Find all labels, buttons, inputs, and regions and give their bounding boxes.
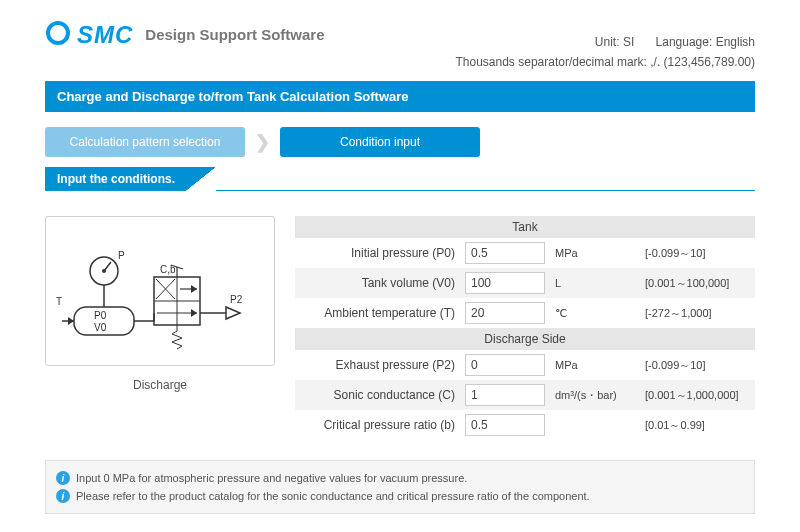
section-header-discharge: Discharge Side xyxy=(295,328,755,350)
svg-marker-21 xyxy=(191,309,197,317)
brand-text: SMC xyxy=(77,21,133,49)
range-sonic-conductance: [0.001～1,000,000] xyxy=(645,388,755,403)
svg-point-0 xyxy=(55,30,61,36)
label-sonic-conductance: Sonic conductance (C) xyxy=(295,388,465,402)
notes-box: i Input 0 MPa for atmospheric pressure a… xyxy=(45,460,755,514)
svg-point-10 xyxy=(102,269,106,273)
label-critical-pressure-ratio: Critical pressure ratio (b) xyxy=(295,418,465,432)
tab-condition-input[interactable]: Condition input xyxy=(280,127,480,157)
range-tank-volume: [0.001～100,000] xyxy=(645,276,755,291)
tab-pattern-selection[interactable]: Calculation pattern selection xyxy=(45,127,245,157)
unit-initial-pressure: MPa xyxy=(545,247,645,259)
input-initial-pressure[interactable] xyxy=(465,242,545,264)
input-critical-pressure-ratio[interactable] xyxy=(465,414,545,436)
section-header-tank: Tank xyxy=(295,216,755,238)
label-tank-volume: Tank volume (V0) xyxy=(295,276,465,290)
svg-text:C,b: C,b xyxy=(160,264,176,275)
info-icon: i xyxy=(56,489,70,503)
note-2: Please refer to the product catalog for … xyxy=(76,490,590,502)
range-exhaust-pressure: [-0.099～10] xyxy=(645,358,755,373)
language-value[interactable]: English xyxy=(716,35,755,49)
svg-text:P0: P0 xyxy=(94,310,107,321)
unit-ambient-temp: ℃ xyxy=(545,307,645,320)
input-sonic-conductance[interactable] xyxy=(465,384,545,406)
input-exhaust-pressure[interactable] xyxy=(465,354,545,376)
range-critical-pressure-ratio: [0.01～0.99] xyxy=(645,418,755,433)
info-icon: i xyxy=(56,471,70,485)
header-settings: Unit: SI Language: English xyxy=(595,35,755,49)
svg-marker-19 xyxy=(191,285,197,293)
page-title-banner: Charge and Discharge to/from Tank Calcul… xyxy=(45,81,755,112)
svg-text:T: T xyxy=(56,296,62,307)
smc-logo-icon xyxy=(45,20,71,49)
unit-exhaust-pressure: MPa xyxy=(545,359,645,371)
note-1: Input 0 MPa for atmospheric pressure and… xyxy=(76,472,467,484)
label-initial-pressure: Initial pressure (P0) xyxy=(295,246,465,260)
logo-block: SMC Design Support Software xyxy=(45,20,325,49)
label-ambient-temp: Ambient temperature (T) xyxy=(295,306,465,320)
svg-text:P2: P2 xyxy=(230,294,243,305)
unit-label: Unit: xyxy=(595,35,620,49)
input-tank-volume[interactable] xyxy=(465,272,545,294)
label-exhaust-pressure: Exhaust pressure (P2) xyxy=(295,358,465,372)
diagram-caption: Discharge xyxy=(45,378,275,392)
chevron-right-icon: ❯ xyxy=(255,131,270,153)
software-title: Design Support Software xyxy=(145,26,324,43)
section-ribbon: Input the conditions. xyxy=(45,167,215,191)
range-ambient-temp: [-272～1,000] xyxy=(645,306,755,321)
svg-marker-27 xyxy=(226,307,240,319)
range-initial-pressure: [-0.099～10] xyxy=(645,246,755,261)
input-ambient-temp[interactable] xyxy=(465,302,545,324)
step-tabs: Calculation pattern selection ❯ Conditio… xyxy=(45,127,755,157)
language-label: Language: xyxy=(656,35,713,49)
svg-marker-5 xyxy=(68,317,74,325)
svg-text:V0: V0 xyxy=(94,322,107,333)
unit-value[interactable]: SI xyxy=(623,35,634,49)
unit-sonic-conductance: dm³/(s・bar) xyxy=(545,388,645,403)
unit-tank-volume: L xyxy=(545,277,645,289)
circuit-diagram: P0 V0 T P xyxy=(45,216,275,366)
svg-text:P: P xyxy=(118,250,125,261)
separator-note: Thousands separator/decimal mark: ,/. (1… xyxy=(45,55,755,69)
